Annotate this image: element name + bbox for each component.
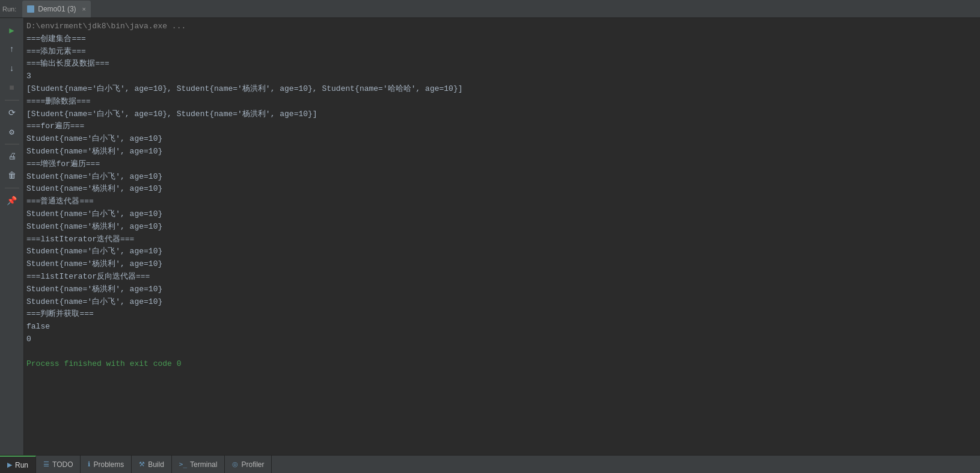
build-tab-icon: ⚒	[139, 460, 145, 468]
console-line: D:\envirment\jdk8\bin\java.exe ...	[26, 20, 975, 33]
console-line: Student{name='杨洪利', age=10}	[26, 183, 975, 196]
tab-file-icon	[27, 5, 34, 13]
console-line: Student{name='白小飞', age=10}	[26, 246, 975, 258]
console-line: false	[26, 321, 975, 333]
console-output[interactable]: D:\envirment\jdk8\bin\java.exe ...===创建集…	[24, 18, 980, 455]
run-label-top: Run:	[2, 5, 16, 13]
console-line: 0	[26, 333, 975, 346]
scroll-down-button[interactable]: ↓	[4, 60, 20, 77]
console-line: ===listIterator迭代器===	[26, 233, 975, 246]
run-tab[interactable]: ▶ Run	[0, 456, 36, 473]
console-line: Student{name='白小飞', age=10}	[26, 296, 975, 309]
console-line: Student{name='杨洪利', age=10}	[26, 283, 975, 296]
bottom-bar: ▶ Run ☰ TODO ℹ Problems ⚒ Build >_ Termi…	[0, 455, 980, 473]
pin-button[interactable]: 📌	[4, 192, 20, 209]
console-line: Student{name='杨洪利', age=10}	[26, 258, 975, 271]
print-button[interactable]: 🖨	[4, 148, 20, 165]
console-line: ===创建集合===	[26, 33, 975, 46]
build-tab-label: Build	[148, 460, 164, 469]
profiler-tab-icon: ◎	[232, 460, 238, 468]
settings-button[interactable]: ⚙	[4, 123, 20, 140]
console-line: ===添加元素===	[26, 46, 975, 58]
build-tab[interactable]: ⚒ Build	[132, 456, 172, 473]
sidebar-divider-1	[5, 100, 19, 100]
run-tab-label: Run	[15, 461, 28, 469]
console-line: Process finished with exit code 0	[26, 358, 975, 371]
problems-tab[interactable]: ℹ Problems	[81, 456, 132, 473]
profiler-tab[interactable]: ◎ Profiler	[225, 456, 272, 473]
console-line: ===listIterator反向迭代器===	[26, 271, 975, 283]
terminal-tab[interactable]: >_ Terminal	[172, 456, 225, 473]
stop-button[interactable]: ■	[4, 79, 20, 96]
console-line: Student{name='杨洪利', age=10}	[26, 221, 975, 233]
tab-title: Demo01 (3)	[38, 5, 76, 13]
terminal-tab-icon: >_	[179, 460, 187, 468]
problems-tab-label: Problems	[93, 460, 124, 469]
profiler-tab-label: Profiler	[241, 460, 264, 469]
rerun-button[interactable]: ⟳	[4, 104, 20, 121]
scroll-up-button[interactable]: ↑	[4, 41, 20, 58]
todo-tab-icon: ☰	[43, 460, 49, 468]
todo-tab[interactable]: ☰ TODO	[36, 456, 81, 473]
console-line: [Student{name='白小飞', age=10}, Student{na…	[26, 108, 975, 121]
sidebar-divider-3	[5, 188, 19, 188]
todo-tab-label: TODO	[52, 460, 73, 469]
console-line	[26, 346, 975, 358]
terminal-tab-label: Terminal	[190, 460, 217, 469]
delete-button[interactable]: 🗑	[4, 167, 20, 184]
console-line: ===判断并获取===	[26, 308, 975, 321]
run-sidebar: ▶ ↑ ↓ ■ ⟳ ⚙ 🖨 🗑 📌	[0, 18, 24, 455]
console-line: Student{name='白小飞', age=10}	[26, 133, 975, 146]
problems-tab-icon: ℹ	[88, 460, 90, 468]
console-line: ===for遍历===	[26, 120, 975, 133]
main-area: ▶ ↑ ↓ ■ ⟳ ⚙ 🖨 🗑 📌 D:\envirment\jdk8\bin\…	[0, 18, 980, 455]
console-line: 3	[26, 70, 975, 83]
tab-close-button[interactable]: ×	[82, 5, 86, 13]
console-line: ===输出长度及数据===	[26, 58, 975, 70]
console-line: ====删除数据===	[26, 96, 975, 108]
active-tab[interactable]: Demo01 (3) ×	[22, 1, 91, 17]
console-line: Student{name='白小飞', age=10}	[26, 171, 975, 184]
console-line: [Student{name='白小飞', age=10}, Student{na…	[26, 83, 975, 96]
sidebar-divider-2	[5, 144, 19, 144]
console-line: ===增强for遍历===	[26, 158, 975, 171]
tab-bar: Run: Demo01 (3) ×	[0, 0, 980, 18]
console-line: ===普通迭代器===	[26, 196, 975, 208]
run-tab-icon: ▶	[7, 461, 12, 469]
play-button[interactable]: ▶	[4, 22, 20, 39]
console-line: Student{name='白小飞', age=10}	[26, 208, 975, 221]
console-line: Student{name='杨洪利', age=10}	[26, 146, 975, 158]
